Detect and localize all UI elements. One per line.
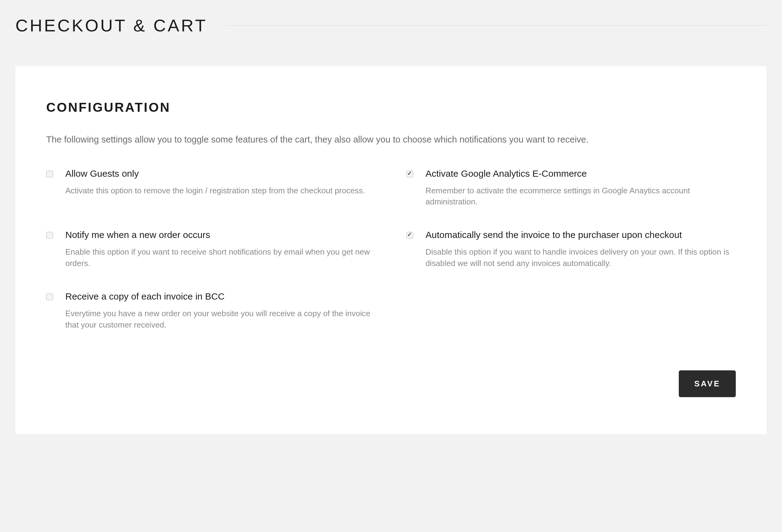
page-header: CHECKOUT & CART xyxy=(15,15,767,35)
section-description: The following settings allow you to togg… xyxy=(46,133,736,146)
allow-guests-checkbox[interactable] xyxy=(46,170,53,177)
notify-new-order-checkbox[interactable] xyxy=(46,232,53,239)
setting-text: Notify me when a new order occurs Enable… xyxy=(65,229,376,269)
button-row: SAVE xyxy=(46,370,736,397)
bcc-invoice-label: Receive a copy of each invoice in BCC xyxy=(65,290,376,302)
setting-text: Automatically send the invoice to the pu… xyxy=(426,229,736,269)
setting-text: Activate Google Analytics E-Commerce Rem… xyxy=(426,167,736,207)
setting-auto-invoice: Automatically send the invoice to the pu… xyxy=(406,229,736,269)
bcc-invoice-help: Everytime you have a new order on your w… xyxy=(65,308,376,330)
configuration-panel: CONFIGURATION The following settings all… xyxy=(15,66,767,434)
setting-text: Allow Guests only Activate this option t… xyxy=(65,167,376,196)
setting-allow-guests: Allow Guests only Activate this option t… xyxy=(46,167,376,207)
settings-grid: Allow Guests only Activate this option t… xyxy=(46,167,736,330)
setting-text: Receive a copy of each invoice in BCC Ev… xyxy=(65,290,376,330)
notify-new-order-label: Notify me when a new order occurs xyxy=(65,229,376,241)
google-analytics-help: Remember to activate the ecommerce setti… xyxy=(426,185,736,207)
notify-new-order-help: Enable this option if you want to receiv… xyxy=(65,246,376,269)
setting-notify-new-order: Notify me when a new order occurs Enable… xyxy=(46,229,376,269)
auto-invoice-label: Automatically send the invoice to the pu… xyxy=(426,229,736,241)
google-analytics-checkbox[interactable] xyxy=(406,170,413,177)
save-button[interactable]: SAVE xyxy=(679,370,736,397)
google-analytics-label: Activate Google Analytics E-Commerce xyxy=(426,167,736,180)
allow-guests-help: Activate this option to remove the login… xyxy=(65,185,376,196)
header-divider xyxy=(226,25,767,26)
bcc-invoice-checkbox[interactable] xyxy=(46,293,53,300)
auto-invoice-help: Disable this option if you want to handl… xyxy=(426,246,736,269)
setting-google-analytics: Activate Google Analytics E-Commerce Rem… xyxy=(406,167,736,207)
allow-guests-label: Allow Guests only xyxy=(65,167,376,180)
auto-invoice-checkbox[interactable] xyxy=(406,232,413,239)
section-title: CONFIGURATION xyxy=(46,100,736,115)
setting-bcc-invoice: Receive a copy of each invoice in BCC Ev… xyxy=(46,290,376,330)
page-title: CHECKOUT & CART xyxy=(15,15,207,35)
